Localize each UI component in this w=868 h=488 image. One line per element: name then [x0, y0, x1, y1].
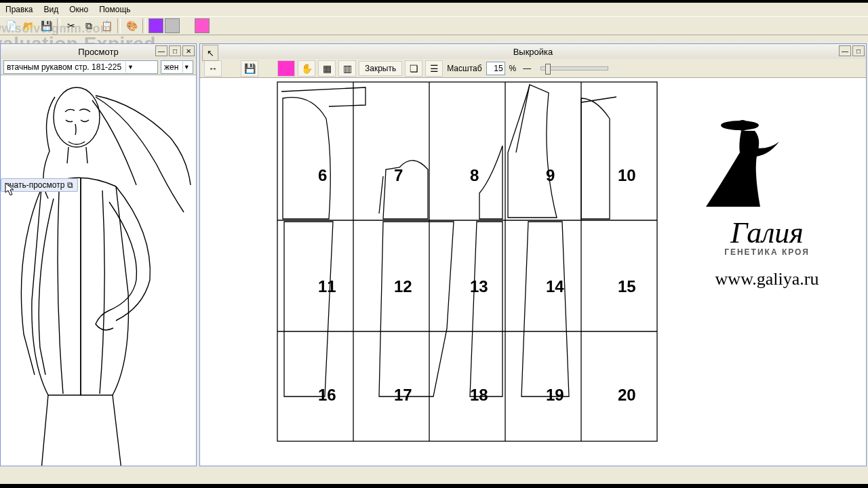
maximize-button[interactable]: □ [169, 45, 181, 56]
grid-icon[interactable]: ▦ [318, 60, 336, 77]
sex-dropdown[interactable]: жен ▼ [161, 60, 193, 74]
sex-dropdown-value: жен [164, 62, 178, 72]
pattern-window: Выкройка — □ ↔ 💾 ✋ ▦ ▥ Закрыть ❏ ☰ Масшт… [199, 43, 867, 466]
close-button[interactable]: ✕ [182, 45, 195, 56]
close-pattern-button[interactable]: Закрыть [359, 61, 402, 76]
menu-window[interactable]: Окно [69, 5, 88, 14]
pattern-grid-svg [210, 78, 684, 458]
page-number: 15 [618, 277, 636, 296]
page-number: 13 [470, 277, 488, 296]
pages-dropdown[interactable]: втачным рукавом стр. 181-225 ▼ [3, 60, 158, 74]
page-number: 9 [546, 166, 555, 185]
cursor-icon [5, 182, 14, 196]
color-swatch-purple[interactable] [149, 18, 163, 33]
preview-canvas: ечать-просмотр ⧉ [1, 77, 196, 466]
menu-view[interactable]: Вид [44, 5, 59, 14]
scale-input[interactable] [486, 62, 505, 75]
pages-dropdown-value: втачным рукавом стр. 181-225 [7, 62, 121, 72]
expand-icon[interactable]: ↔ [204, 60, 222, 77]
layer-icon[interactable]: ❏ [405, 60, 422, 77]
color-swatch-pink[interactable] [195, 18, 210, 33]
chevron-down-icon: ▼ [182, 62, 190, 73]
scale-label: Масштаб [446, 64, 483, 73]
settings-icon[interactable]: ☰ [425, 60, 443, 77]
preview-title: Просмотр [78, 47, 118, 57]
page-number: 16 [318, 386, 336, 405]
brand-name: Галия [679, 216, 855, 250]
open-icon[interactable]: 📂 [20, 18, 37, 34]
page-number: 20 [618, 386, 636, 405]
preview-title-bar: Просмотр — □ ✕ [1, 44, 196, 59]
brand-tagline: ГЕНЕТИКА КРОЯ [679, 247, 855, 257]
svg-point-0 [54, 87, 100, 147]
pointer-tool-icon[interactable]: ↖ [202, 45, 218, 61]
preview-toolbar: втачным рукавом стр. 181-225 ▼ жен ▼ [1, 59, 196, 75]
model-sketch [1, 77, 196, 466]
new-icon[interactable]: 📄 [3, 18, 19, 34]
scissors-icon[interactable]: ✂ [63, 18, 79, 34]
menu-help[interactable]: Помощь [99, 5, 130, 14]
save-icon[interactable]: 💾 [241, 60, 258, 77]
copy-icon[interactable]: ⧉ [81, 18, 97, 34]
page-number: 10 [618, 166, 636, 185]
hand-icon[interactable]: ✋ [298, 60, 315, 77]
page-number: 12 [394, 277, 412, 296]
pattern-title: Выкройка [513, 47, 553, 57]
main-toolbar: 📄 📂 💾 ✂ ⧉ 📋 🎨 [0, 16, 868, 35]
brand-url: www.galiya.ru [679, 269, 855, 289]
page-number: 6 [318, 166, 327, 185]
scale-slider[interactable] [540, 66, 608, 70]
maximize-button[interactable]: □ [852, 45, 865, 56]
paste-icon[interactable]: 📋 [98, 18, 115, 34]
page-number: 19 [546, 386, 564, 405]
save-icon[interactable]: 💾 [38, 18, 54, 34]
fill-color-icon[interactable] [277, 60, 295, 77]
pattern-title-bar: Выкройка — □ [200, 44, 866, 59]
lady-silhouette-icon [692, 112, 842, 214]
preview-window: Просмотр — □ ✕ втачным рукавом стр. 181-… [0, 43, 197, 466]
page-number: 11 [318, 277, 336, 296]
minimize-button[interactable]: — [839, 45, 851, 56]
page-number: 8 [470, 166, 479, 185]
page-number: 18 [470, 386, 488, 405]
page-number: 17 [394, 386, 412, 405]
page-number: 14 [546, 277, 564, 296]
brand-logo: Галия ГЕНЕТИКА КРОЯ www.galiya.ru [679, 112, 855, 289]
chevron-down-icon: ▼ [125, 62, 135, 73]
pattern-toolbar: ↔ 💾 ✋ ▦ ▥ Закрыть ❏ ☰ Масштаб % — [200, 59, 866, 78]
page-number: 7 [394, 166, 403, 185]
menu-bar: Правка Вид Окно Помощь [0, 3, 868, 16]
palette-icon[interactable]: 🎨 [123, 18, 140, 34]
minimize-button[interactable]: — [155, 45, 167, 56]
columns-icon[interactable]: ▥ [338, 60, 356, 77]
color-swatch-grey[interactable] [165, 18, 180, 33]
menu-edit[interactable]: Правка [5, 5, 33, 14]
scale-unit: % [508, 64, 518, 73]
